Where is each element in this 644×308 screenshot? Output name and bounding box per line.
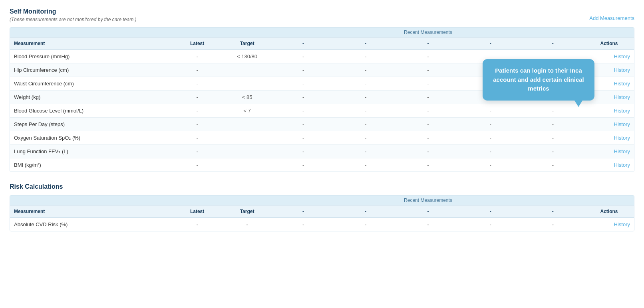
latest-value: - bbox=[172, 91, 222, 104]
self-monitoring-subtitle: (These measurements are not monitored by… bbox=[10, 17, 634, 22]
date4-value: - bbox=[459, 104, 522, 118]
target-value: < 85 bbox=[222, 91, 272, 104]
col-header-measurement: Measurement bbox=[10, 38, 172, 50]
add-measurements-link[interactable]: Add Measurements bbox=[589, 15, 634, 21]
tooltip-bubble: Patients can login to their Inca account… bbox=[483, 59, 594, 101]
table-row: BMI (kg/m²) - - - - - - History bbox=[10, 158, 634, 172]
target-value: < 130/80 bbox=[222, 50, 272, 63]
date1-value: - bbox=[272, 118, 334, 131]
date5-value: - bbox=[522, 145, 584, 158]
history-link[interactable]: History bbox=[584, 131, 634, 145]
latest-value: - bbox=[172, 145, 222, 158]
latest-value: - bbox=[172, 218, 222, 231]
date1-value: - bbox=[272, 63, 334, 77]
col-header-date2: - bbox=[334, 38, 397, 50]
date1-value: - bbox=[272, 77, 334, 91]
target-value bbox=[222, 158, 272, 172]
date2-value: - bbox=[334, 145, 397, 158]
date2-value: - bbox=[334, 118, 397, 131]
risk-recent-measurements-header: Recent Measurements bbox=[272, 195, 584, 205]
date2-value: - bbox=[334, 104, 397, 118]
date3-value: - bbox=[397, 218, 459, 231]
date2-value: - bbox=[334, 50, 397, 63]
measurement-name: Weight (kg) bbox=[10, 91, 172, 104]
date1-value: - bbox=[272, 145, 334, 158]
date4-value: - bbox=[459, 158, 522, 172]
date1-value: - bbox=[272, 158, 334, 172]
date5-value: - bbox=[522, 118, 584, 131]
measurement-name: Oxygen Saturation SpO₂ (%) bbox=[10, 131, 172, 145]
date3-value: - bbox=[397, 50, 459, 63]
latest-value: - bbox=[172, 63, 222, 77]
latest-value: - bbox=[172, 158, 222, 172]
table-row: Lung Function FEV₁ (L) - - - - - - Histo… bbox=[10, 145, 634, 158]
col-header-target: Target bbox=[222, 38, 272, 50]
risk-col-header-date1: - bbox=[272, 205, 334, 218]
date2-value: - bbox=[334, 158, 397, 172]
self-monitoring-title: Self Monitoring bbox=[10, 8, 634, 15]
date3-value: - bbox=[397, 104, 459, 118]
date1-value: - bbox=[272, 91, 334, 104]
recent-measurements-header: Recent Measurements bbox=[272, 28, 584, 38]
date1-value: - bbox=[272, 218, 334, 231]
measurement-name: Hip Circumference (cm) bbox=[10, 63, 172, 77]
history-link[interactable]: History bbox=[584, 145, 634, 158]
date4-value: - bbox=[459, 131, 522, 145]
date3-value: - bbox=[397, 118, 459, 131]
col-header-latest: Latest bbox=[172, 38, 222, 50]
measurement-name: Absolute CVD Risk (%) bbox=[10, 218, 172, 231]
date3-value: - bbox=[397, 158, 459, 172]
risk-col-header-date3: - bbox=[397, 205, 459, 218]
date3-value: - bbox=[397, 131, 459, 145]
risk-col-header-latest: Latest bbox=[172, 205, 222, 218]
risk-col-header-target: Target bbox=[222, 205, 272, 218]
latest-value: - bbox=[172, 50, 222, 63]
date3-value: - bbox=[397, 91, 459, 104]
measurement-name: BMI (kg/m²) bbox=[10, 158, 172, 172]
table-row: Absolute CVD Risk (%) - - - - - - - Hist… bbox=[10, 218, 634, 231]
table-row: Steps Per Day (steps) - - - - - - Histor… bbox=[10, 118, 634, 131]
date1-value: - bbox=[272, 104, 334, 118]
date1-value: - bbox=[272, 131, 334, 145]
risk-col-header-date5: - bbox=[522, 205, 584, 218]
col-header-date4: - bbox=[459, 38, 522, 50]
date3-value: - bbox=[397, 145, 459, 158]
history-link[interactable]: History bbox=[584, 104, 634, 118]
risk-calculations-table: Recent Measurements Measurement Latest T… bbox=[10, 195, 634, 231]
date3-value: - bbox=[397, 63, 459, 77]
target-value bbox=[222, 118, 272, 131]
table-row: Oxygen Saturation SpO₂ (%) - - - - - - H… bbox=[10, 131, 634, 145]
target-value bbox=[222, 77, 272, 91]
date2-value: - bbox=[334, 77, 397, 91]
risk-col-header-date4: - bbox=[459, 205, 522, 218]
date2-value: - bbox=[334, 131, 397, 145]
date4-value: - bbox=[459, 145, 522, 158]
measurement-name: Steps Per Day (steps) bbox=[10, 118, 172, 131]
col-header-date5: - bbox=[522, 38, 584, 50]
history-link[interactable]: History bbox=[584, 118, 634, 131]
date2-value: - bbox=[334, 91, 397, 104]
target-value bbox=[222, 131, 272, 145]
col-header-date3: - bbox=[397, 38, 459, 50]
date2-value: - bbox=[334, 218, 397, 231]
date4-value: - bbox=[459, 218, 522, 231]
history-link[interactable]: History bbox=[584, 158, 634, 172]
measurement-name: Blood Glucose Level (mmol/L) bbox=[10, 104, 172, 118]
date5-value: - bbox=[522, 218, 584, 231]
risk-calculations-title: Risk Calculations bbox=[10, 183, 634, 190]
risk-col-header-measurement: Measurement bbox=[10, 205, 172, 218]
target-value bbox=[222, 63, 272, 77]
target-value: - bbox=[222, 218, 272, 231]
date4-value: - bbox=[459, 118, 522, 131]
date2-value: - bbox=[334, 63, 397, 77]
latest-value: - bbox=[172, 77, 222, 91]
risk-col-header-actions: Actions bbox=[584, 205, 634, 218]
risk-calculations-section: Risk Calculations bbox=[10, 183, 634, 190]
target-value bbox=[222, 145, 272, 158]
date5-value: - bbox=[522, 158, 584, 172]
latest-value: - bbox=[172, 104, 222, 118]
date3-value: - bbox=[397, 77, 459, 91]
target-value: < 7 bbox=[222, 104, 272, 118]
history-link[interactable]: History bbox=[584, 218, 634, 231]
measurement-name: Lung Function FEV₁ (L) bbox=[10, 145, 172, 158]
